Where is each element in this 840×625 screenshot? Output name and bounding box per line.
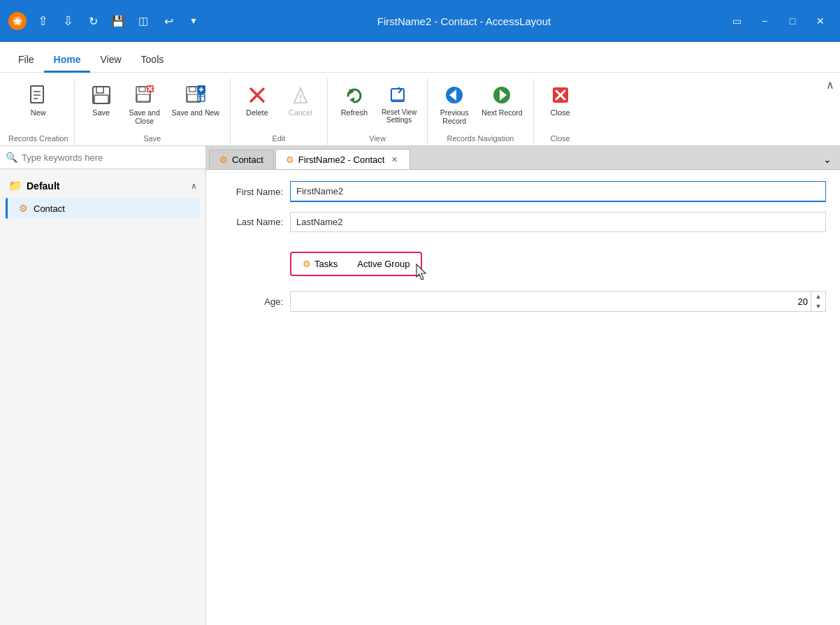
lastname-input[interactable] <box>290 212 826 232</box>
svg-rect-9 <box>139 87 145 92</box>
svg-rect-1 <box>31 86 43 103</box>
tabs-dropdown-btn[interactable]: ⌄ <box>818 151 837 168</box>
close-button[interactable]: Close <box>540 81 581 120</box>
age-decrement-btn[interactable]: ▼ <box>811 301 825 311</box>
delete-button[interactable]: Delete <box>236 81 278 120</box>
save-tb-icon[interactable]: 💾 <box>109 12 127 30</box>
svg-rect-10 <box>137 94 150 101</box>
ribbon-buttons-edit: Delete Cancel <box>236 78 321 134</box>
cancel-button[interactable]: Cancel <box>280 81 321 120</box>
tab-contact[interactable]: ⚙ Contact <box>209 150 274 169</box>
sidebar-item-contact[interactable]: ⚙ Contact <box>6 198 200 219</box>
tabs-bar: ⚙ Contact ⚙ FirstName2 - Contact ✕ ⌄ <box>206 146 840 170</box>
svg-rect-6 <box>96 87 103 93</box>
refresh-button[interactable]: Refresh <box>333 81 375 120</box>
minimize-btn[interactable]: − <box>753 10 776 32</box>
tab-close-btn[interactable]: ✕ <box>389 154 400 165</box>
menu-view[interactable]: View <box>90 48 131 73</box>
ribbon-group-view: Refresh Reset ViewSettings View <box>328 78 428 145</box>
save-label: Save <box>92 108 110 117</box>
ribbon-buttons-close: Close <box>540 78 581 134</box>
sidebar-group-header[interactable]: 📁 Default ∧ <box>6 175 200 196</box>
search-icon: 🔍 <box>6 152 17 163</box>
ribbon-buttons-save: Save Save andClose <box>80 78 224 134</box>
ribbon-group-records-creation: New Records Creation <box>3 78 75 145</box>
age-input-wrap: ▲ ▼ <box>290 291 826 312</box>
maximize-btn[interactable]: □ <box>781 10 804 32</box>
folder-icon: 📁 <box>8 179 22 192</box>
save-button[interactable]: Save <box>80 81 122 120</box>
ribbon-collapse-btn[interactable]: ∧ <box>826 78 834 92</box>
undo-icon[interactable]: ↩ <box>159 12 178 30</box>
sub-tab-tasks[interactable]: ⚙ Tasks <box>293 254 347 273</box>
app-icon[interactable] <box>8 12 27 30</box>
prev-record-button[interactable]: PreviousRecord <box>433 81 475 129</box>
save-group-label: Save <box>80 134 224 145</box>
ribbon-group-edit: Delete Cancel Edit <box>231 78 328 145</box>
menu-file[interactable]: File <box>8 48 44 73</box>
sub-tabs: ⚙ Tasks Active Group <box>290 252 422 276</box>
sidebar-group-name: Default <box>27 180 59 192</box>
lastname-label: Last Name: <box>220 217 290 227</box>
save-close-button[interactable]: Save andClose <box>124 81 166 129</box>
reset-view-label: Reset ViewSettings <box>382 108 417 124</box>
view-group-label: View <box>333 134 421 145</box>
menu-tools[interactable]: Tools <box>131 48 174 73</box>
save-close-label: Save andClose <box>129 108 159 125</box>
next-record-label: Next Record <box>481 108 522 117</box>
ribbon-group-navigation: PreviousRecord Next Record Records Navig… <box>428 78 533 145</box>
main-area: 🔍 📁 Default ∧ ⚙ Contact ⚙ Contact <box>0 146 840 625</box>
window-close-btn[interactable]: ✕ <box>809 10 832 32</box>
sub-tab-active-group[interactable]: Active Group <box>347 254 419 273</box>
age-label: Age: <box>220 296 290 307</box>
tab-active-gear-icon: ⚙ <box>286 155 294 165</box>
delete-icon <box>246 85 268 107</box>
firstname-input[interactable] <box>290 181 826 202</box>
search-input[interactable] <box>22 152 200 163</box>
new-button[interactable]: New <box>17 81 59 120</box>
prev-record-icon <box>443 85 465 107</box>
refresh-icon <box>343 85 365 107</box>
save-new-button[interactable]: Save and New <box>167 81 224 120</box>
save-new-label: Save and New <box>172 108 219 117</box>
next-record-icon <box>491 85 513 107</box>
active-group-label: Active Group <box>357 259 410 269</box>
content-area: ⚙ Contact ⚙ FirstName2 - Contact ✕ ⌄ Fir… <box>206 146 840 625</box>
sync-icon[interactable]: ↻ <box>84 12 102 30</box>
age-input[interactable] <box>291 292 811 311</box>
download-icon[interactable]: ⇩ <box>59 12 77 30</box>
ribbon-buttons-creation: New <box>17 78 59 134</box>
menu-bar: File Home View Tools <box>0 42 840 73</box>
next-record-button[interactable]: Next Record <box>477 81 527 120</box>
sidebar-item-label: Contact <box>34 203 65 214</box>
svg-rect-15 <box>189 87 196 92</box>
tab-contact-label: Contact <box>232 155 263 165</box>
delete-label: Delete <box>246 108 268 117</box>
form-area: First Name: Last Name: ⚙ Tasks Active Gr… <box>206 170 840 625</box>
contact-gear-icon: ⚙ <box>19 203 28 214</box>
subtabs-row: ⚙ Tasks Active Group <box>290 242 826 285</box>
reset-view-button[interactable]: Reset ViewSettings <box>377 81 421 127</box>
svg-rect-7 <box>94 95 108 103</box>
tasks-gear-icon: ⚙ <box>303 259 311 269</box>
menu-home[interactable]: Home <box>44 48 91 73</box>
ribbon: New Records Creation Save <box>0 73 840 146</box>
upload-icon[interactable]: ⇧ <box>34 12 52 30</box>
window-controls: ▭ − □ ✕ <box>725 10 832 32</box>
firstname-label: First Name: <box>220 187 290 197</box>
tab-firstname2-contact[interactable]: ⚙ FirstName2 - Contact ✕ <box>275 149 411 169</box>
layout-icon[interactable]: ◫ <box>134 12 152 30</box>
ribbon-group-close: Close Close <box>534 78 587 145</box>
cancel-icon <box>289 85 312 107</box>
close-ribbon-icon <box>549 85 572 107</box>
title-bar: ⇧ ⇩ ↻ 💾 ◫ ↩ ▼ FirstName2 - Contact - Acc… <box>0 0 840 42</box>
ribbon-group-save: Save Save andClose <box>75 78 231 145</box>
firstname-row: First Name: <box>220 181 826 202</box>
age-increment-btn[interactable]: ▲ <box>811 292 825 301</box>
tasks-tab-label: Tasks <box>314 259 338 269</box>
restore-btn[interactable]: ▭ <box>725 10 748 32</box>
reset-view-icon <box>388 85 410 107</box>
mouse-cursor <box>415 263 429 282</box>
redo-dropdown-icon[interactable]: ▼ <box>184 12 203 30</box>
prev-record-label: PreviousRecord <box>440 108 469 125</box>
